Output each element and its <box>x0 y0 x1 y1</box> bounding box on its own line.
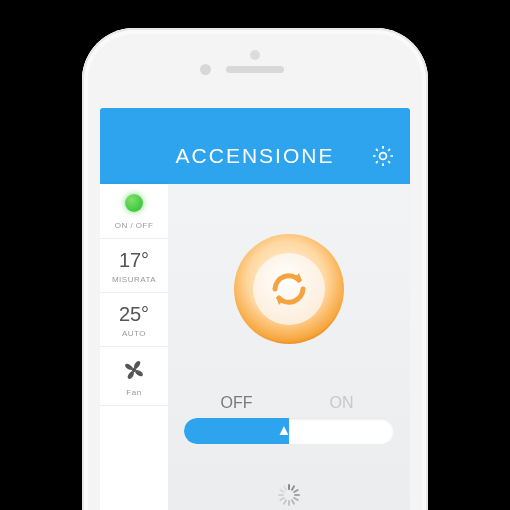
screen: ACCENSIONE ON / OFF 17° MISURATA <box>100 108 410 510</box>
page-title: ACCENSIONE <box>176 144 335 168</box>
slider-labels: OFF ON <box>184 394 394 412</box>
slider-label-on: ON <box>289 394 394 412</box>
content-area: ON / OFF 17° MISURATA 25° AUTO <box>100 184 410 510</box>
fan-label: Fan <box>126 388 141 397</box>
sidebar: ON / OFF 17° MISURATA 25° AUTO <box>100 184 168 510</box>
slider-thumb-icon: ▲ <box>276 421 291 438</box>
settings-button[interactable] <box>370 143 396 169</box>
front-camera <box>200 64 211 75</box>
sidebar-item-measured[interactable]: 17° MISURATA <box>100 239 168 293</box>
slider-label-off: OFF <box>184 394 289 412</box>
phone-frame: ACCENSIONE ON / OFF 17° MISURATA <box>82 28 428 510</box>
measured-value: 17° <box>119 249 149 272</box>
sidebar-item-setpoint[interactable]: 25° AUTO <box>100 293 168 347</box>
power-slider[interactable]: OFF ON ▲ <box>184 394 394 444</box>
fan-icon <box>121 357 147 383</box>
loading-spinner-icon <box>278 484 300 506</box>
setpoint-label: AUTO <box>122 329 146 338</box>
slider-fill <box>184 418 289 444</box>
gear-icon <box>370 143 396 169</box>
setpoint-value: 25° <box>119 303 149 326</box>
power-inner <box>253 253 325 325</box>
main-panel: OFF ON ▲ <box>168 184 410 510</box>
slider-track[interactable]: ▲ <box>184 418 394 444</box>
header-bar: ACCENSIONE <box>100 128 410 184</box>
sidebar-item-onoff[interactable]: ON / OFF <box>100 184 168 239</box>
speaker-grille <box>226 66 284 73</box>
sensor-dot <box>250 50 260 60</box>
svg-point-0 <box>380 153 387 160</box>
status-dot-icon <box>125 194 143 212</box>
sidebar-item-fan[interactable]: Fan <box>100 347 168 406</box>
status-bar <box>100 108 410 128</box>
refresh-icon <box>266 266 312 312</box>
measured-label: MISURATA <box>112 275 156 284</box>
power-button[interactable] <box>234 234 344 344</box>
onoff-label: ON / OFF <box>115 221 154 230</box>
